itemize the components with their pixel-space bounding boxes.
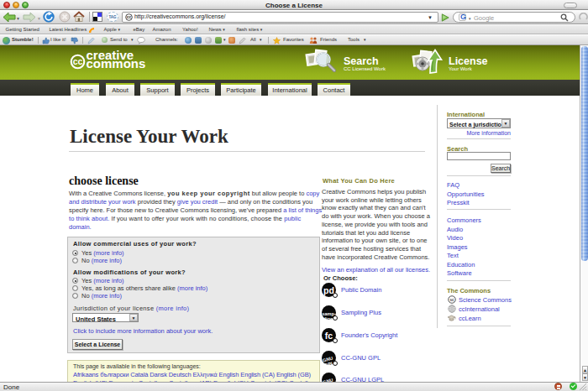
svg-text:sc: sc	[449, 297, 454, 301]
svg-text:cc: cc	[127, 15, 132, 19]
svg-text:cc: cc	[72, 57, 82, 66]
